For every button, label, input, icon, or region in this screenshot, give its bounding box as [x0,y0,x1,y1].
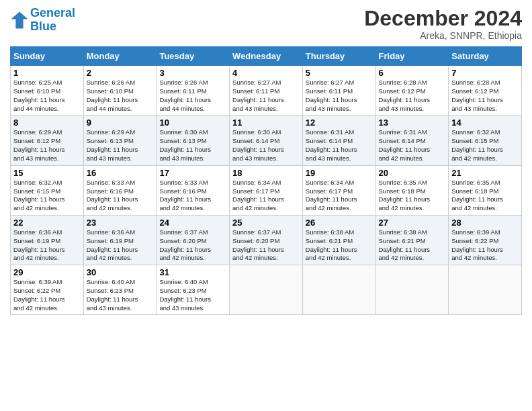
day-number: 6 [379,68,446,78]
day-number: 22 [13,218,81,228]
day-info: Sunrise: 6:29 AM Sunset: 6:13 PM Dayligh… [87,128,154,163]
day-number: 24 [159,218,226,228]
calendar-cell: 20Sunrise: 6:35 AM Sunset: 6:18 PM Dayli… [375,165,449,215]
day-number: 17 [159,168,226,178]
day-number: 28 [451,218,519,228]
day-number: 4 [232,68,300,78]
calendar-cell: 2Sunrise: 6:26 AM Sunset: 6:10 PM Daylig… [83,66,157,116]
day-number: 26 [306,218,373,228]
header-sunday: Sunday [11,47,84,66]
calendar-row: 8Sunrise: 6:29 AM Sunset: 6:12 PM Daylig… [11,116,522,165]
header-row: Sunday Monday Tuesday Wednesday Thursday… [11,47,522,66]
day-info: Sunrise: 6:32 AM Sunset: 6:15 PM Dayligh… [451,128,519,163]
day-number: 12 [306,118,373,128]
day-number: 21 [451,168,519,178]
calendar-cell: 21Sunrise: 6:35 AM Sunset: 6:18 PM Dayli… [449,165,522,215]
day-info: Sunrise: 6:35 AM Sunset: 6:18 PM Dayligh… [451,179,519,213]
subtitle: Areka, SNNPR, Ethiopia [364,30,522,41]
calendar-cell: 18Sunrise: 6:34 AM Sunset: 6:17 PM Dayli… [230,165,303,215]
day-info: Sunrise: 6:40 AM Sunset: 6:23 PM Dayligh… [159,278,226,312]
day-info: Sunrise: 6:35 AM Sunset: 6:18 PM Dayligh… [379,179,446,213]
day-info: Sunrise: 6:37 AM Sunset: 6:20 PM Dayligh… [159,228,226,263]
day-number: 23 [87,218,154,228]
calendar-cell: 8Sunrise: 6:29 AM Sunset: 6:12 PM Daylig… [11,116,84,165]
calendar-cell: 12Sunrise: 6:31 AM Sunset: 6:14 PM Dayli… [302,116,375,165]
logo-text: General Blue [30,7,75,34]
day-info: Sunrise: 6:27 AM Sunset: 6:11 PM Dayligh… [232,79,300,113]
day-number: 8 [13,118,81,128]
day-number: 11 [232,118,300,128]
day-info: Sunrise: 6:37 AM Sunset: 6:20 PM Dayligh… [232,228,300,263]
calendar-cell: 16Sunrise: 6:33 AM Sunset: 6:16 PM Dayli… [83,165,157,215]
day-info: Sunrise: 6:36 AM Sunset: 6:19 PM Dayligh… [87,228,154,263]
day-info: Sunrise: 6:36 AM Sunset: 6:19 PM Dayligh… [13,228,81,263]
calendar-cell: 26Sunrise: 6:38 AM Sunset: 6:21 PM Dayli… [302,215,375,265]
day-info: Sunrise: 6:34 AM Sunset: 6:17 PM Dayligh… [306,179,373,213]
day-number: 30 [87,267,154,277]
calendar-cell: 3Sunrise: 6:26 AM Sunset: 6:11 PM Daylig… [157,66,230,116]
day-info: Sunrise: 6:27 AM Sunset: 6:11 PM Dayligh… [306,79,373,113]
day-number: 3 [159,68,226,78]
day-number: 16 [87,168,154,178]
calendar-body: 1Sunrise: 6:25 AM Sunset: 6:10 PM Daylig… [11,66,522,315]
day-info: Sunrise: 6:34 AM Sunset: 6:17 PM Dayligh… [232,179,300,213]
day-info: Sunrise: 6:32 AM Sunset: 6:15 PM Dayligh… [13,179,81,213]
day-info: Sunrise: 6:39 AM Sunset: 6:22 PM Dayligh… [13,278,81,312]
day-number: 19 [306,168,373,178]
calendar-cell: 9Sunrise: 6:29 AM Sunset: 6:13 PM Daylig… [83,116,157,165]
calendar-cell [230,265,303,315]
calendar-cell: 22Sunrise: 6:36 AM Sunset: 6:19 PM Dayli… [11,215,84,265]
calendar-cell: 5Sunrise: 6:27 AM Sunset: 6:11 PM Daylig… [302,66,375,116]
header-thursday: Thursday [302,47,375,66]
calendar-cell: 15Sunrise: 6:32 AM Sunset: 6:15 PM Dayli… [11,165,84,215]
day-number: 15 [13,168,81,178]
day-number: 25 [232,218,300,228]
calendar-cell: 7Sunrise: 6:28 AM Sunset: 6:12 PM Daylig… [449,66,522,116]
day-info: Sunrise: 6:29 AM Sunset: 6:12 PM Dayligh… [13,128,81,163]
day-number: 10 [159,118,226,128]
calendar-cell: 28Sunrise: 6:39 AM Sunset: 6:22 PM Dayli… [449,215,522,265]
day-info: Sunrise: 6:33 AM Sunset: 6:16 PM Dayligh… [159,179,226,213]
calendar-cell: 29Sunrise: 6:39 AM Sunset: 6:22 PM Dayli… [11,265,84,315]
day-number: 5 [306,68,373,78]
day-info: Sunrise: 6:25 AM Sunset: 6:10 PM Dayligh… [13,79,81,113]
header-saturday: Saturday [449,47,522,66]
day-info: Sunrise: 6:38 AM Sunset: 6:21 PM Dayligh… [379,228,446,263]
calendar-header: Sunday Monday Tuesday Wednesday Thursday… [11,47,522,66]
day-info: Sunrise: 6:26 AM Sunset: 6:10 PM Dayligh… [87,79,154,113]
day-number: 1 [13,68,81,78]
day-info: Sunrise: 6:28 AM Sunset: 6:12 PM Dayligh… [451,79,519,113]
calendar-cell: 6Sunrise: 6:28 AM Sunset: 6:12 PM Daylig… [375,66,449,116]
calendar-cell: 11Sunrise: 6:30 AM Sunset: 6:14 PM Dayli… [230,116,303,165]
calendar-row: 22Sunrise: 6:36 AM Sunset: 6:19 PM Dayli… [11,215,522,265]
day-number: 18 [232,168,300,178]
day-info: Sunrise: 6:33 AM Sunset: 6:16 PM Dayligh… [87,179,154,213]
day-info: Sunrise: 6:31 AM Sunset: 6:14 PM Dayligh… [306,128,373,163]
day-info: Sunrise: 6:38 AM Sunset: 6:21 PM Dayligh… [306,228,373,263]
svg-marker-0 [11,11,28,28]
calendar-cell: 4Sunrise: 6:27 AM Sunset: 6:11 PM Daylig… [230,66,303,116]
calendar-cell: 14Sunrise: 6:32 AM Sunset: 6:15 PM Dayli… [449,116,522,165]
header: General Blue December 2024 Areka, SNNPR,… [10,7,522,41]
day-info: Sunrise: 6:30 AM Sunset: 6:13 PM Dayligh… [159,128,226,163]
day-number: 7 [451,68,519,78]
calendar-cell [302,265,375,315]
calendar-cell: 30Sunrise: 6:40 AM Sunset: 6:23 PM Dayli… [83,265,157,315]
calendar-cell: 17Sunrise: 6:33 AM Sunset: 6:16 PM Dayli… [157,165,230,215]
day-number: 20 [379,168,446,178]
header-monday: Monday [83,47,157,66]
calendar-cell: 13Sunrise: 6:31 AM Sunset: 6:14 PM Dayli… [375,116,449,165]
day-info: Sunrise: 6:28 AM Sunset: 6:12 PM Dayligh… [379,79,446,113]
day-info: Sunrise: 6:30 AM Sunset: 6:14 PM Dayligh… [232,128,300,163]
header-friday: Friday [375,47,449,66]
calendar-table: Sunday Monday Tuesday Wednesday Thursday… [10,46,522,315]
day-number: 29 [13,267,81,277]
calendar-cell: 1Sunrise: 6:25 AM Sunset: 6:10 PM Daylig… [11,66,84,116]
calendar-row: 1Sunrise: 6:25 AM Sunset: 6:10 PM Daylig… [11,66,522,116]
calendar-row: 15Sunrise: 6:32 AM Sunset: 6:15 PM Dayli… [11,165,522,215]
day-number: 31 [159,267,226,277]
calendar-cell [375,265,449,315]
page-container: General Blue December 2024 Areka, SNNPR,… [0,0,532,322]
day-number: 9 [87,118,154,128]
day-number: 2 [87,68,154,78]
